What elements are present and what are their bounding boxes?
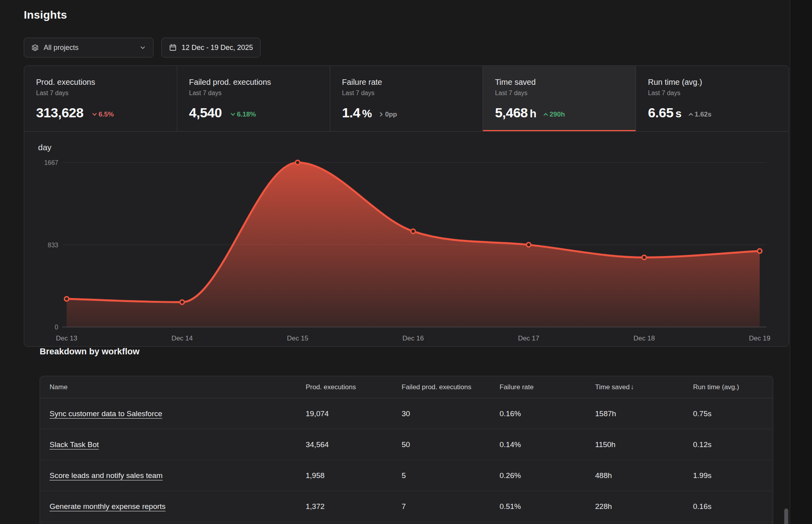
failed-prod-executions-value: 50: [402, 440, 500, 449]
table-row: Sync customer data to Salesforce 19,074 …: [40, 398, 773, 429]
metric-value: 4,540: [189, 105, 222, 120]
prod-executions-value: 19,074: [306, 409, 402, 418]
data-point: [758, 249, 762, 253]
area-chart-svg: 08331667Dec 13Dec 14Dec 15Dec 16Dec 17De…: [24, 132, 789, 347]
prod-executions-value: 1,372: [306, 502, 402, 511]
metric-subtitle: Last 7 days: [189, 90, 320, 97]
metric-delta: 0pp: [378, 111, 397, 119]
data-point: [411, 229, 416, 233]
y-axis-tick: 0: [55, 324, 58, 331]
page-title: Insights: [24, 9, 67, 21]
metric-value: 6.65: [648, 105, 673, 120]
failure-rate-value: 0.16%: [500, 409, 595, 418]
chevron-down-icon: [140, 44, 146, 51]
column-header-failure-rate[interactable]: Failure rate: [500, 383, 595, 391]
run-time-value: 1.99s: [693, 471, 773, 480]
data-point: [527, 243, 531, 247]
data-point: [295, 161, 300, 165]
metric-card-prod-executions[interactable]: Prod. executions Last 7 days 313,628 6.5…: [24, 66, 177, 131]
insights-panel: Prod. executions Last 7 days 313,628 6.5…: [24, 65, 789, 347]
metric-unit: h: [530, 107, 536, 120]
table-row: Score leads and notify sales team 1,958 …: [40, 460, 773, 491]
x-axis-tick: Dec 13: [56, 335, 77, 342]
metric-card-row: Prod. executions Last 7 days 313,628 6.5…: [24, 66, 789, 132]
column-header-run-time[interactable]: Run time (avg.): [693, 383, 773, 391]
failed-prod-executions-value: 5: [402, 471, 500, 480]
metric-title: Run time (avg.): [648, 78, 778, 87]
run-time-value: 0.16s: [693, 502, 773, 511]
metric-delta: 6.18%: [230, 111, 256, 119]
time-saved-value: 1587h: [595, 409, 693, 418]
y-axis-tick: 833: [48, 242, 58, 249]
prod-executions-value: 34,564: [306, 440, 402, 449]
metric-title: Prod. executions: [36, 78, 167, 87]
metric-card-failed-prod-executions[interactable]: Failed prod. executions Last 7 days 4,54…: [177, 66, 330, 131]
metric-delta: 1.62s: [688, 111, 712, 119]
data-point: [642, 255, 646, 260]
date-range-button[interactable]: 12 Dec - 19 Dec, 2025: [161, 38, 260, 57]
x-axis-tick: Dec 14: [171, 335, 193, 342]
project-selector[interactable]: All projects: [24, 38, 153, 57]
workflow-link[interactable]: Score leads and notify sales team: [50, 471, 163, 480]
x-axis-tick: Dec 16: [402, 335, 424, 342]
metric-subtitle: Last 7 days: [36, 90, 167, 97]
breakdown-section-title: Breakdown by workflow: [40, 346, 140, 357]
failure-rate-value: 0.51%: [500, 502, 595, 511]
metric-subtitle: Last 7 days: [648, 90, 778, 97]
chevron-down-icon: [230, 111, 236, 117]
failure-rate-value: 0.14%: [500, 440, 595, 449]
table-row: Generate monthly expense reports 1,372 7…: [40, 491, 773, 522]
metric-card-time-saved[interactable]: Time saved Last 7 days 5,468h 290h: [483, 66, 636, 131]
x-axis-tick: Dec 17: [518, 335, 539, 342]
table-row: Slack Task Bot 34,564 50 0.14% 1150h 0.1…: [40, 429, 773, 460]
time-saved-value: 228h: [595, 502, 693, 511]
workflow-breakdown-table: Name Prod. executions Failed prod. execu…: [40, 376, 773, 524]
sort-descending-icon: ↓: [630, 383, 634, 391]
x-axis-tick: Dec 19: [749, 335, 770, 342]
failure-rate-value: 0.26%: [500, 471, 595, 480]
metric-title: Time saved: [495, 78, 625, 87]
chevron-right-icon: [378, 111, 384, 117]
workflow-link[interactable]: Sync customer data to Salesforce: [50, 409, 162, 418]
metric-card-run-time[interactable]: Run time (avg.) Last 7 days 6.65s 1.62s: [636, 66, 789, 131]
time-saved-chart: day 08331667Dec 13Dec 14Dec 15Dec 16Dec …: [24, 132, 789, 347]
column-header-name[interactable]: Name: [50, 383, 306, 391]
failed-prod-executions-value: 30: [402, 409, 500, 418]
calendar-icon: [169, 44, 177, 52]
column-header-prod-executions[interactable]: Prod. executions: [306, 383, 402, 391]
metric-subtitle: Last 7 days: [342, 90, 473, 97]
metric-title: Failed prod. executions: [189, 78, 320, 87]
column-header-failed-prod-executions[interactable]: Failed prod. executions: [402, 383, 500, 391]
filter-bar: All projects 12 Dec - 19 Dec, 2025: [24, 38, 260, 57]
metric-value: 5,468: [495, 105, 528, 120]
metric-delta: 290h: [543, 111, 565, 119]
chevron-down-icon: [92, 111, 98, 117]
metric-card-failure-rate[interactable]: Failure rate Last 7 days 1.4% 0pp: [330, 66, 483, 131]
metric-unit: %: [362, 107, 372, 120]
column-header-time-saved[interactable]: Time saved↓: [595, 383, 693, 391]
chevron-up-icon: [688, 111, 694, 117]
failed-prod-executions-value: 7: [402, 502, 500, 511]
workflow-link[interactable]: Generate monthly expense reports: [50, 502, 166, 511]
time-saved-value: 1150h: [595, 440, 693, 449]
metric-title: Failure rate: [342, 78, 473, 87]
time-saved-value: 488h: [595, 471, 693, 480]
x-axis-tick: Dec 18: [634, 335, 655, 342]
chevron-up-icon: [543, 111, 549, 117]
layers-icon: [31, 44, 39, 52]
project-selector-value: All projects: [44, 44, 79, 52]
workflow-link[interactable]: Slack Task Bot: [50, 440, 99, 449]
vertical-scrollbar[interactable]: [784, 509, 788, 524]
right-edge-strip: [790, 0, 812, 524]
run-time-value: 0.12s: [693, 440, 773, 449]
metric-subtitle: Last 7 days: [495, 90, 625, 97]
metric-value: 1.4: [342, 105, 360, 120]
table-row-partial: [40, 522, 773, 524]
metric-value: 313,628: [36, 105, 83, 120]
table-header-row: Name Prod. executions Failed prod. execu…: [40, 376, 773, 398]
run-time-value: 0.75s: [693, 409, 773, 418]
metric-delta: 6.5%: [92, 111, 114, 119]
data-point: [65, 297, 69, 301]
prod-executions-value: 1,958: [306, 471, 402, 480]
x-axis-tick: Dec 15: [287, 335, 308, 342]
